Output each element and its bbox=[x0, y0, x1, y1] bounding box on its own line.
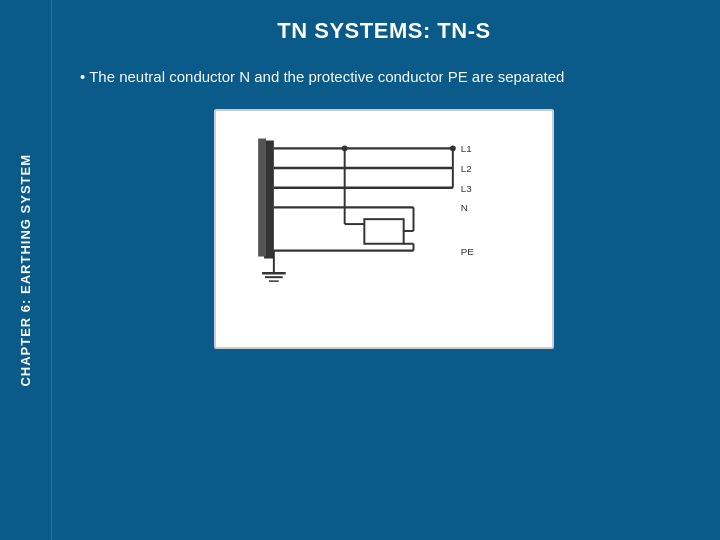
tn-s-diagram: L1 L2 L3 N PE bbox=[214, 109, 554, 349]
main-content: TN SYSTEMS: TN-S • The neutral conductor… bbox=[52, 0, 720, 540]
svg-text:L1: L1 bbox=[461, 143, 472, 154]
svg-text:N: N bbox=[461, 202, 468, 213]
svg-point-14 bbox=[450, 145, 456, 151]
sidebar: CHAPTER 6: EARTHING SYSTEM bbox=[0, 0, 52, 540]
sidebar-label: CHAPTER 6: EARTHING SYSTEM bbox=[18, 154, 33, 387]
svg-text:PE: PE bbox=[461, 245, 475, 256]
svg-point-21 bbox=[342, 145, 348, 151]
svg-text:L2: L2 bbox=[461, 162, 472, 173]
svg-rect-7 bbox=[258, 138, 266, 256]
bullet-point: • The neutral conductor N and the protec… bbox=[72, 66, 696, 89]
page-title: TN SYSTEMS: TN-S bbox=[72, 18, 696, 44]
svg-text:L3: L3 bbox=[461, 182, 472, 193]
